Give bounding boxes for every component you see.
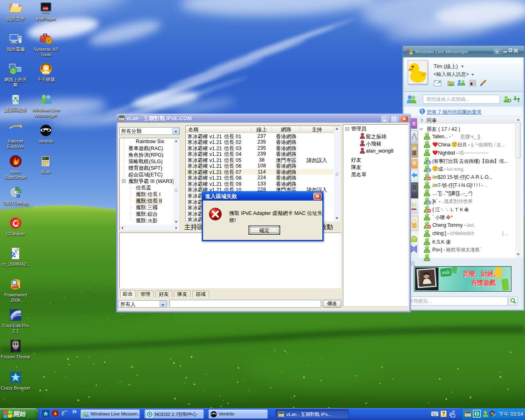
svg-text:i: i — [422, 109, 423, 114]
svg-text:e: e — [62, 409, 65, 417]
svg-text:KMP: KMP — [43, 7, 48, 10]
svg-text:Y!: Y! — [411, 202, 417, 208]
